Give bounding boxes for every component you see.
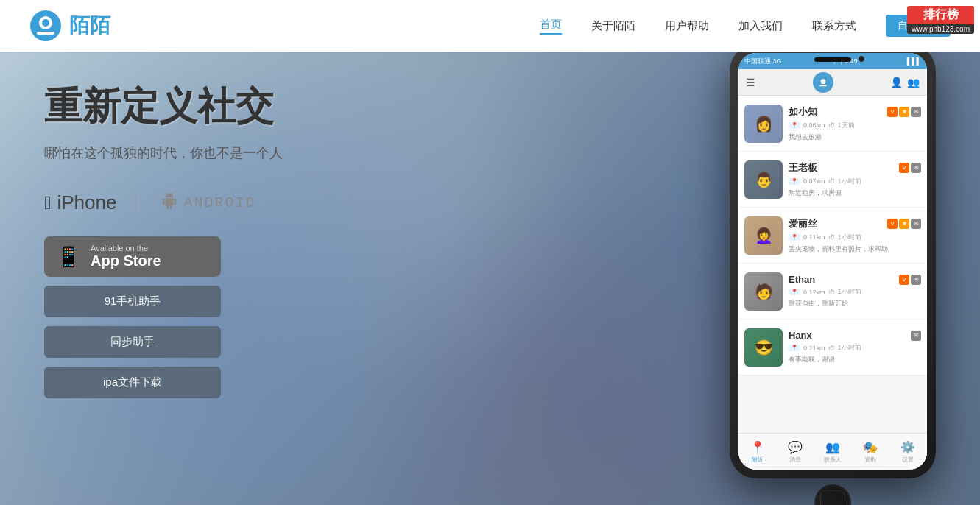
user-meta: 📍 0.21km ⏱ 1小时前 [789,343,921,353]
tab-settings[interactable]: ⚙️ 设置 [889,434,927,470]
appstore-big-text: App Store [91,252,161,269]
list-item[interactable]: 👩 如小知 V ★ ✉ 📍 [738,96,927,152]
download-buttons: 📱 Available on the App Store 91手机助手 同步助手… [44,236,221,398]
msg-badge: ✉ [911,163,921,173]
distance: 0.12km [803,289,825,296]
nav-help[interactable]: 用户帮助 [665,19,709,33]
main-nav: 首页 关于陌陌 用户帮助 加入我们 联系方式 自助服务 [540,15,951,37]
user-name-row: 如小知 V ★ ✉ [789,105,921,119]
user-list: 👩 如小知 V ★ ✉ 📍 [738,96,927,433]
settings-label: 设置 [902,456,914,464]
toolbar-right-icons: 👤 👥 [890,77,920,88]
distance-tag: 📍 [789,122,800,129]
vip-badge: V [887,219,898,229]
vip-badge: V [899,163,909,173]
messages-icon: 💬 [788,440,803,454]
user-meta: 📍 0.12km ⏱ 1小时前 [789,287,921,297]
hero-subtitle: 哪怕在这个孤独的时代，你也不是一个人 [44,144,486,162]
user-badges: V ★ ✉ [887,107,921,117]
vip-badge: V [899,275,909,285]
hero-section: 重新定义社交 哪怕在这个孤独的时代，你也不是一个人  iPhone ANDRO… [0,52,980,505]
time-sep: ⏱ [828,289,835,296]
iphone-platform:  iPhone [44,191,116,214]
user-name: Ethan [789,274,815,285]
list-item[interactable]: 👩‍🦱 爱丽丝 V ★ ✉ 📍 [738,208,927,264]
user-name-row: Ethan V ✉ [789,274,921,285]
nav-about[interactable]: 关于陌陌 [591,19,635,33]
tab-bar: 📍 附近 💬 消息 👥 联系人 🎭 资料 [738,433,927,470]
nav-home[interactable]: 首页 [540,18,562,35]
ipa-button[interactable]: ipa文件下载 [44,367,221,398]
time-sep: ⏱ [828,345,835,352]
phone-body: 中国联通 3G 下午3:49 ▌▌▌ ☰ 👤 👥 [730,52,936,478]
logo-button[interactable] [813,72,833,93]
nav-join[interactable]: 加入我们 [738,19,783,33]
user-badges: V ✉ [899,275,921,285]
avatar: 👩‍🦱 [744,216,783,255]
avatar: 🧑 [744,272,783,311]
home-button-inner [820,490,845,505]
user-status: 有事电联，谢谢 [789,355,921,364]
platform-row:  iPhone ANDROID [44,191,486,214]
star-badge: ★ [899,219,909,229]
msg-badge: ✉ [911,219,921,229]
user-info: 如小知 V ★ ✉ 📍 0.06km ⏱ [789,105,921,142]
phone-mockup: 中国联通 3G 下午3:49 ▌▌▌ ☰ 👤 👥 [730,52,936,501]
user-name: Hanx [789,330,812,341]
msg-badge: ✉ [911,331,921,341]
time-ago: 1小时前 [838,233,861,242]
appstore-small-text: Available on the [91,244,161,252]
android-icon [161,193,177,213]
user-meta: 📍 0.06km ⏱ 1天前 [789,121,921,130]
user-badges: V ★ ✉ [887,219,921,229]
tab-contacts[interactable]: 👥 联系人 [814,434,851,470]
list-item[interactable]: 🧑 Ethan V ✉ 📍 0.12km [738,264,927,319]
user-name-row: 爱丽丝 V ★ ✉ [789,217,921,230]
logo-text: 陌陌 [69,12,110,40]
nav-contact[interactable]: 联系方式 [812,19,856,33]
iphone-label: iPhone [57,191,117,214]
appstore-button[interactable]: 📱 Available on the App Store [44,236,221,277]
profile-icon: 🎭 [863,440,878,454]
android-label-text: ANDROID [183,194,255,211]
contacts-icon: 👥 [825,440,840,454]
distance-tag: 📍 [789,234,800,241]
user-meta: 📍 0.11km ⏱ 1小时前 [789,233,921,242]
appstore-text: Available on the App Store [91,244,161,269]
time-ago: 1小时前 [838,287,861,297]
home-button[interactable] [814,484,851,505]
user-status: 我想去旅游 [789,133,921,142]
settings-icon: ⚙️ [900,440,915,454]
vip-badge: V [887,107,898,117]
group-icon[interactable]: 👥 [907,77,920,88]
svg-rect-5 [819,85,826,86]
app-toolbar: ☰ 👤 👥 [738,69,927,96]
list-item[interactable]: 👨 王老板 V ✉ 📍 0.07km [738,152,927,208]
watermark: 排行榜 www.phb123.com [907,6,974,34]
distance: 0.07km [803,177,825,185]
distance: 0.11km [803,233,825,241]
watermark-top: 排行榜 [907,6,974,24]
avatar: 👩 [744,105,783,143]
time-sep: ⏱ [828,121,835,129]
status-battery: ▌▌▌ [907,57,921,65]
sync-button[interactable]: 同步助手 [44,326,221,358]
tab-profile[interactable]: 🎭 资料 [852,434,889,470]
btn-91-button[interactable]: 91手机助手 [44,286,221,317]
svg-point-2 [42,19,49,27]
status-carrier: 中国联通 3G [744,57,782,66]
tab-messages[interactable]: 💬 消息 [776,434,814,470]
svg-rect-3 [37,32,54,35]
list-item[interactable]: 😎 Hanx ✉ 📍 0.21km ⏱ [738,319,927,375]
nearby-icon: 📍 [750,440,765,454]
hero-left: 重新定义社交 哪怕在这个孤独的时代，你也不是一个人  iPhone ANDRO… [0,52,530,505]
add-friend-icon[interactable]: 👤 [890,77,903,88]
filter-icon[interactable]: ☰ [746,77,755,88]
avatar: 😎 [744,328,783,367]
tab-nearby[interactable]: 📍 附近 [738,434,776,470]
distance-tag: 📍 [789,178,800,185]
watermark-bottom: www.phb123.com [907,24,974,34]
header: 陌陌 首页 关于陌陌 用户帮助 加入我们 联系方式 自助服务 [0,0,980,52]
msg-badge: ✉ [911,107,921,117]
user-badges: V ✉ [899,163,921,173]
